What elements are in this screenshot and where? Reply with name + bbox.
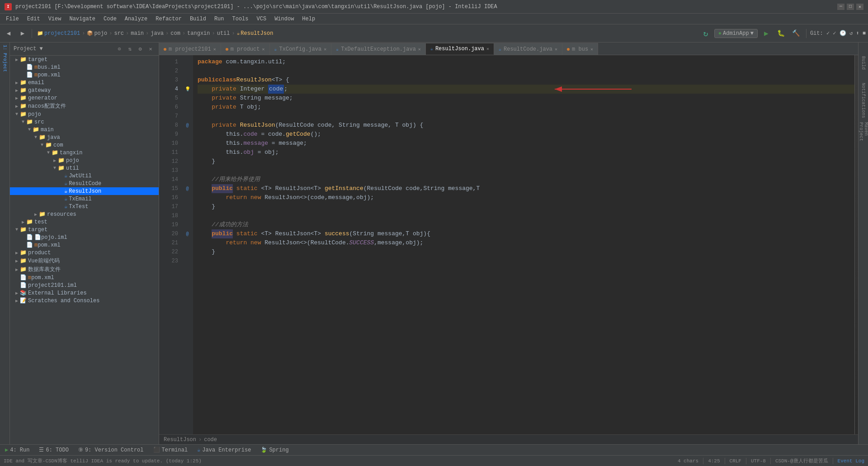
tree-item-jwtutil[interactable]: ☕ JwtUtil: [10, 172, 159, 180]
event-log-button[interactable]: Event Log: [838, 458, 864, 464]
close-button[interactable]: ✕: [856, 4, 863, 10]
tree-item-java[interactable]: ▼ 📁 java: [10, 133, 159, 141]
tab-close-product[interactable]: ✕: [262, 47, 264, 52]
tab-resultcode[interactable]: ☕ ResultCode.java ✕: [494, 43, 562, 55]
menu-analyze[interactable]: Analyze: [121, 15, 151, 23]
project-tree[interactable]: ▶ 📁 target 📄 m bus.iml 📄 m pom.xml ▶: [10, 56, 159, 444]
tree-item-pojo2[interactable]: ▶ 📁 pojo: [10, 157, 159, 164]
right-tab-notifications[interactable]: Notifications: [860, 82, 867, 119]
debug-button[interactable]: 🐛: [775, 27, 788, 40]
tree-item-util[interactable]: ▼ 📁 util: [10, 164, 159, 172]
breadcrumb-resultjson[interactable]: ☕ ResultJson: [237, 30, 274, 37]
breadcrumb-com[interactable]: com: [170, 30, 180, 37]
tab-resultjson[interactable]: ☕ ResultJson.java ✕: [426, 43, 494, 55]
breadcrumb-code[interactable]: code: [204, 437, 217, 443]
version-control-tab[interactable]: ⑨ 9: Version Control: [77, 447, 145, 453]
tab-close-resultcode[interactable]: ✕: [555, 47, 557, 52]
menu-refactor[interactable]: Refactor: [152, 15, 185, 23]
tab-close-bus[interactable]: ✕: [590, 47, 593, 52]
run-button[interactable]: ▶: [760, 27, 773, 40]
breadcrumb-project[interactable]: 📁 project2101: [37, 30, 80, 37]
tree-item-txemail[interactable]: ☕ TxEmail: [10, 195, 159, 203]
status-linesep[interactable]: CRLF: [730, 458, 741, 464]
menu-code[interactable]: Code: [100, 15, 120, 23]
tree-item-resources[interactable]: ▶ 📁 resources: [10, 210, 159, 218]
tree-item-external-libs[interactable]: ▶ 📚 External Libraries: [10, 289, 159, 297]
tree-item-pojo-iml[interactable]: 📄 📄 pojo.iml: [10, 233, 159, 241]
tab-txconfig[interactable]: ☕ TxConfig.java ✕: [270, 43, 332, 55]
menu-edit[interactable]: Edit: [24, 15, 44, 23]
menu-window[interactable]: Window: [271, 15, 297, 23]
tab-close-txdefault[interactable]: ✕: [418, 47, 421, 52]
tab-close-resultjson[interactable]: ✕: [486, 46, 489, 52]
tree-item-pojo[interactable]: ▼ 📁 pojo: [10, 110, 159, 118]
status-line-col[interactable]: 4:25: [708, 458, 720, 464]
breadcrumb-src[interactable]: src: [114, 30, 124, 37]
spring-tab[interactable]: 🍃 Spring: [259, 447, 290, 453]
java-enterprise-tab[interactable]: ☕ Java Enterprise: [196, 447, 252, 453]
tree-item-vue[interactable]: ▶ 📁 Vue前端代码: [10, 257, 159, 265]
menu-file[interactable]: File: [2, 15, 23, 23]
run-tab[interactable]: ▶ 4: Run: [4, 447, 31, 453]
terminal-tab[interactable]: ⬛ Terminal: [152, 447, 189, 453]
sidebar-locate-button[interactable]: ⊙: [115, 44, 124, 53]
tree-item-txtest[interactable]: ☕ TxTest: [10, 203, 159, 210]
tree-item-bus-iml[interactable]: 📄 m bus.iml: [10, 63, 159, 71]
tree-item-email[interactable]: ▶ 📁 email: [10, 79, 159, 86]
project-tab[interactable]: 1: Project: [0, 45, 9, 72]
forward-button[interactable]: ▶: [16, 27, 29, 40]
minimap-scrollbar[interactable]: [854, 55, 858, 434]
tree-item-pom1[interactable]: 📄 m pom.xml: [10, 71, 159, 79]
menu-run[interactable]: Run: [211, 15, 228, 23]
breadcrumb-resultjson[interactable]: ResultJson: [164, 437, 196, 443]
tab-bus[interactable]: m bus ✕: [562, 43, 598, 55]
code-content[interactable]: package com.tangxin.util; public class R…: [193, 55, 854, 434]
tree-item-db[interactable]: ▶ 📁 数据库表文件: [10, 265, 159, 274]
breadcrumb-java[interactable]: java: [151, 30, 164, 37]
maximize-button[interactable]: □: [847, 4, 854, 10]
right-tab-maven[interactable]: Maven Project: [858, 120, 868, 156]
tree-item-main[interactable]: ▼ 📁 main: [10, 126, 159, 133]
tab-txdefault[interactable]: ☕ TxDefaultException.java ✕: [331, 43, 426, 55]
tab-close-txconfig[interactable]: ✕: [324, 47, 326, 52]
breadcrumb-pojo[interactable]: 📦 pojo: [87, 30, 107, 37]
breadcrumb-tangxin[interactable]: tangxin: [187, 30, 210, 37]
tree-item-resultcode[interactable]: ☕ ResultCode: [10, 180, 159, 187]
breadcrumb-util[interactable]: util: [217, 30, 230, 37]
menu-vcs[interactable]: VCS: [253, 15, 270, 23]
tab-product[interactable]: m product ✕: [221, 43, 270, 55]
tree-item-gateway[interactable]: ▶ 📁 gateway: [10, 86, 159, 94]
tab-project2101[interactable]: m project2101 ✕: [159, 43, 221, 55]
menu-navigate[interactable]: Navigate: [66, 15, 99, 23]
breadcrumb-main[interactable]: main: [131, 30, 144, 37]
tree-item-pom2[interactable]: 📄 m pom.xml: [10, 241, 159, 249]
tree-item-tangxin[interactable]: ▼ 📁 tangxin: [10, 149, 159, 157]
refresh-button[interactable]: ↻: [699, 27, 712, 40]
menu-build[interactable]: Build: [186, 15, 210, 23]
run-config-selector[interactable]: ● AdminApp ▼: [714, 29, 758, 38]
minimize-button[interactable]: ─: [837, 4, 844, 10]
tree-item-generator[interactable]: ▶ 📁 generator: [10, 94, 159, 102]
back-button[interactable]: ◀: [2, 27, 15, 40]
menu-tools[interactable]: Tools: [229, 15, 252, 23]
tree-item-nacos[interactable]: ▶ 📁 nacos配置文件: [10, 102, 159, 110]
tree-item-project-iml[interactable]: 📄 project2101.iml: [10, 281, 159, 289]
tree-item-test[interactable]: ▶ 📁 test: [10, 218, 159, 226]
tab-close-project[interactable]: ✕: [213, 47, 216, 52]
tree-item-target1[interactable]: ▶ 📁 target: [10, 56, 159, 63]
tree-item-target2[interactable]: ▼ 📁 target: [10, 226, 159, 233]
menu-view[interactable]: View: [45, 15, 65, 23]
right-tab-build[interactable]: Build: [860, 45, 867, 81]
tree-item-pom-root[interactable]: 📄 m pom.xml: [10, 274, 159, 281]
code-editor[interactable]: 1 2 3 4 5 6 7 8 9 10 11 12 13 14 15 16 1…: [159, 55, 858, 434]
sidebar-close-button[interactable]: ✕: [146, 44, 155, 53]
tree-item-scratches[interactable]: ▶ 📝 Scratches and Consoles: [10, 297, 159, 304]
tree-item-product[interactable]: ▶ 📁 product: [10, 249, 159, 257]
todo-tab[interactable]: ☰ 6: TODO: [38, 447, 70, 453]
tree-item-com[interactable]: ▼ 📁 com: [10, 141, 159, 149]
tree-item-resultjson[interactable]: ☕ ResultJson: [10, 187, 159, 195]
status-encoding[interactable]: UTF-8: [751, 458, 766, 464]
sidebar-expand-button[interactable]: ⇅: [125, 44, 134, 53]
build-button[interactable]: 🔨: [790, 27, 802, 40]
sidebar-settings-button[interactable]: ⚙: [136, 44, 145, 53]
